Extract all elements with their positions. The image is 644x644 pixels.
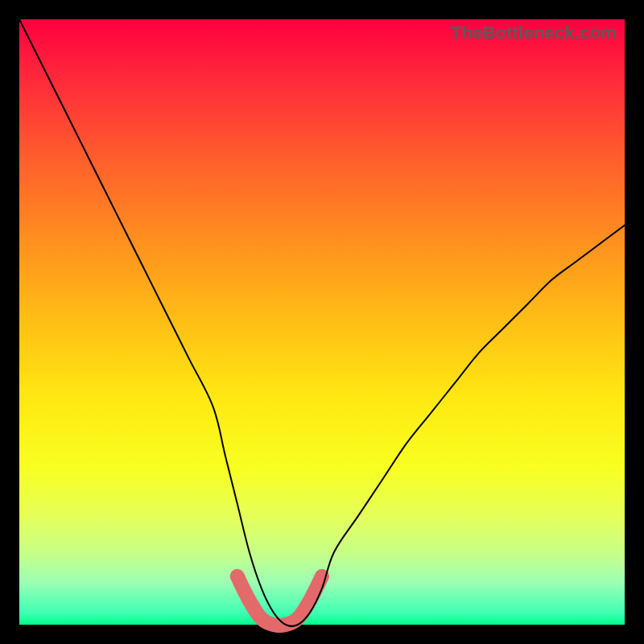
chart-overlay bbox=[19, 19, 625, 625]
series-red-highlight bbox=[237, 576, 322, 625]
chart-frame: TheBottleneck.com bbox=[0, 0, 644, 644]
series-black-curve bbox=[19, 19, 625, 626]
plot-area: TheBottleneck.com bbox=[19, 19, 625, 625]
